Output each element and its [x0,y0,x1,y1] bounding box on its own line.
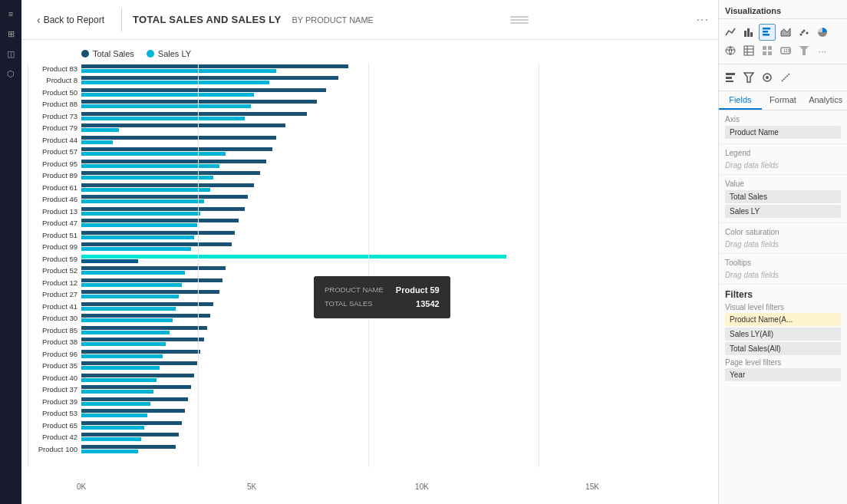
bar-label: Product 46 [28,195,81,203]
page-filter-chip-0[interactable]: Year [725,368,841,381]
bar-group [81,100,709,108]
filter-chip-0[interactable]: Product Name(A... [725,313,841,326]
filters-title: Filters [725,289,841,300]
svg-rect-13 [744,46,753,55]
viz-icon-pie[interactable] [814,24,831,41]
header-divider [121,8,122,31]
shape-icon[interactable]: ⬡ [3,66,18,81]
viz-analytics-icon[interactable] [777,69,794,86]
hamburger-icon[interactable]: ≡ [3,6,18,21]
viz-icon-scatter[interactable] [796,24,812,41]
bar-group [81,397,709,406]
legend-label-sales-ly: Sales LY [158,49,191,58]
viz-icon-matrix[interactable] [759,42,776,59]
viz-icon-table[interactable] [740,42,757,59]
bar-total-sales [81,207,245,211]
bar-sales-ly [81,259,138,263]
bar-label: Product 42 [28,433,81,441]
bar-group [81,76,709,84]
panel-icon[interactable]: ◫ [3,46,18,61]
bar-sales-ly [81,69,276,73]
filter-chip-1[interactable]: Sales LY(All) [725,328,841,341]
bar-sales-ly [81,271,185,275]
axis-section-title: Axis [725,115,841,124]
bar-total-sales [81,195,248,199]
viz-icon-line[interactable] [722,24,739,41]
grid-line [368,63,369,467]
x-axis-label: 15K [585,483,599,491]
chart-area: Total Sales Sales LY Product 83Product 8… [21,40,718,504]
viz-icon-area[interactable] [777,24,794,41]
bar-sales-ly [81,188,210,192]
bar-total-sales [81,385,191,389]
svg-rect-24 [726,73,735,75]
bar-label: Product 38 [28,338,81,346]
bar-total-sales [81,409,185,413]
viz-fields-icon[interactable] [722,69,739,86]
grid-line [28,63,28,467]
value-field-1[interactable]: Sales LY [725,205,841,218]
bar-group [81,231,709,239]
bar-group [81,64,709,73]
x-axis: 0K5K10K15K20K [28,483,709,498]
svg-rect-5 [763,34,770,36]
svg-rect-1 [747,28,750,37]
drag-handle[interactable] [510,16,529,24]
bar-total-sales [81,160,266,163]
bar-total-sales [81,445,176,449]
bar-group [81,160,709,168]
bar-sales-ly [81,426,144,430]
bar-total-sales [81,314,210,318]
bar-sales-ly [81,413,147,417]
bar-group [81,207,709,216]
back-button[interactable]: ‹ Back to Report [31,11,110,29]
viz-filter-icon[interactable] [740,69,757,86]
viz-icon-hbar[interactable] [759,24,776,41]
viz-icon-more[interactable]: ··· [814,42,831,59]
viz-icon-bar[interactable] [740,24,757,41]
x-axis-label: 10K [415,483,429,491]
bar-sales-ly [81,128,119,132]
bar-group [81,338,709,346]
viz-icon-card[interactable]: 123 [777,42,794,59]
svg-rect-4 [763,31,768,33]
bar-total-sales [81,64,348,68]
viz-icon-map[interactable] [722,42,739,59]
legend-section-title: Legend [725,149,841,157]
bar-sales-ly [81,378,157,382]
bar-label: Product 27 [28,290,81,298]
bar-sales-ly [81,437,141,441]
filter-chip-2[interactable]: Total Sales(All) [725,342,841,355]
grid-icon[interactable]: ⊞ [3,26,18,41]
bar-total-sales [81,219,239,222]
bar-sales-ly [81,342,166,346]
bar-label: Product 40 [28,374,81,382]
value-field-0[interactable]: Total Sales [725,190,841,203]
bar-label: Product 85 [28,326,81,334]
bar-total-sales [81,433,179,436]
tab-fields[interactable]: Fields [719,91,762,110]
bar-sales-ly [81,223,197,227]
axis-field[interactable]: Product Name [725,126,841,139]
back-label: Back to Report [44,15,104,25]
bar-label: Product 89 [28,171,81,180]
bar-label: Product 44 [28,136,81,144]
viz-icon-funnel[interactable] [796,42,812,59]
color-saturation-title: Color saturation [725,228,841,236]
bar-group [81,290,709,298]
chart-wrapper: Product 83Product 8Product 50Product 88P… [28,63,709,498]
bar-group [81,255,709,263]
viz-format-icon[interactable] [759,69,776,86]
bar-group [81,195,709,203]
tab-analytics[interactable]: Analytics [804,91,847,110]
bar-label: Product 73 [28,112,81,120]
bar-group [81,361,709,370]
bar-total-sales [81,397,188,401]
svg-rect-3 [763,28,770,30]
tab-format[interactable]: Format [762,91,805,110]
svg-marker-6 [781,28,790,36]
more-options-button[interactable]: ··· [697,13,709,27]
chart-subtitle: BY PRODUCT NAME [292,15,374,25]
bar-label: Product 52 [28,266,81,275]
svg-rect-17 [763,46,766,50]
